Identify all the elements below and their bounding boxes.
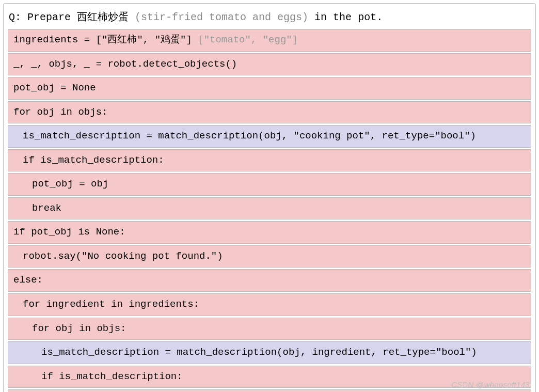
code-line: pot_obj = None xyxy=(8,77,531,100)
code-line: if pot_obj is None: xyxy=(8,221,531,244)
code-text: if is_match_description: xyxy=(41,371,183,382)
code-text: for obj in objs: xyxy=(13,106,107,118)
code-block: ingredients = ["西红柿", "鸡蛋"] ["tomato", "… xyxy=(7,28,532,392)
code-line: is_match_description = match_description… xyxy=(8,125,531,148)
code-line: for obj in objs: xyxy=(8,318,531,340)
question-parenthetical: (stir-fried tomato and eggs) xyxy=(135,11,308,23)
question-prefix: Q: xyxy=(9,11,27,23)
outer-frame: Q: Prepare 西红柿炒蛋 (stir-fried tomato and … xyxy=(3,3,536,392)
code-line: is_match_description = match_description… xyxy=(8,341,531,364)
code-line: _, _, objs, _ = robot.detect_objects() xyxy=(8,53,531,76)
code-line: robot.say("No cooking pot found.") xyxy=(8,245,531,268)
code-text: if is_match_description: xyxy=(23,154,164,166)
code-line: if is_match_description: xyxy=(8,366,531,388)
code-line: ingredients = ["西红柿", "鸡蛋"] ["tomato", "… xyxy=(8,29,531,52)
question-line: Q: Prepare 西红柿炒蛋 (stir-fried tomato and … xyxy=(7,7,532,28)
code-text: is_match_description = match_description… xyxy=(41,347,477,358)
code-text: for ingredient in ingredients: xyxy=(23,299,199,310)
code-line: if is_match_description: xyxy=(8,149,531,172)
code-text: is_match_description = match_description… xyxy=(23,130,476,142)
code-text: for obj in objs: xyxy=(32,323,126,334)
code-line: for ingredient in ingredients: xyxy=(8,293,531,316)
question-part-1: Prepare 西红柿炒蛋 xyxy=(27,11,135,23)
code-text: if pot_obj is None: xyxy=(13,226,125,238)
code-text: robot.say("No cooking pot found.") xyxy=(23,250,223,262)
code-line: for obj in objs: xyxy=(8,101,531,124)
code-text: _, _, objs, _ = robot.detect_objects() xyxy=(13,58,237,70)
code-line: pot_obj = obj xyxy=(8,173,531,196)
code-line: robot.pick_place(obj, pot_obj) xyxy=(8,389,531,392)
question-part-2: in the pot. xyxy=(308,11,383,23)
code-line: else: xyxy=(8,269,531,292)
code-comment: ["tomato", "egg"] xyxy=(198,34,298,45)
code-text: break xyxy=(32,202,61,214)
code-line: break xyxy=(8,197,531,220)
code-text: ingredients = ["西红柿", "鸡蛋"] xyxy=(13,34,198,45)
code-text: else: xyxy=(13,274,43,286)
code-text: pot_obj = obj xyxy=(32,178,108,190)
code-text: pot_obj = None xyxy=(13,82,96,93)
